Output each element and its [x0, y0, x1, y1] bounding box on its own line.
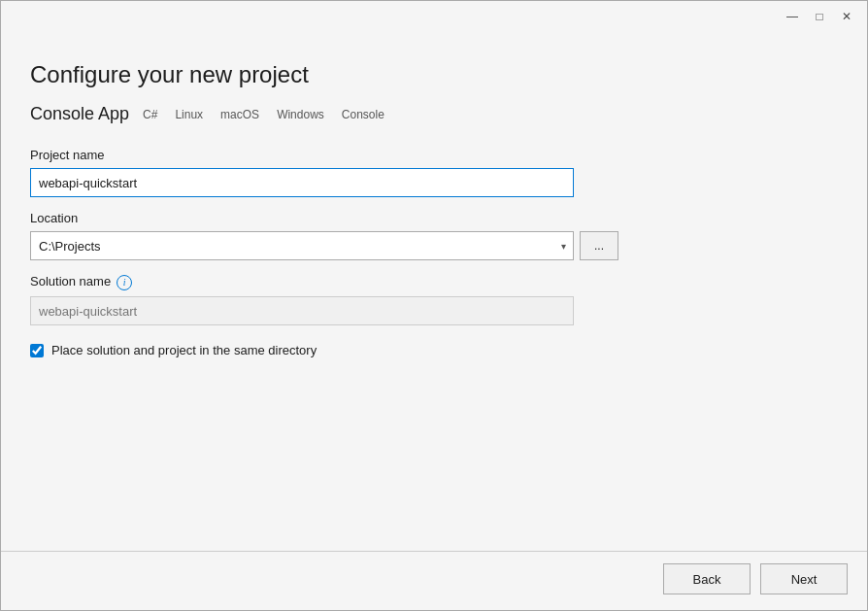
- tag-linux: Linux: [171, 107, 207, 122]
- solution-name-input[interactable]: [30, 296, 574, 325]
- app-name-label: Console App: [30, 104, 129, 124]
- minimize-button[interactable]: —: [780, 7, 805, 26]
- footer: Back Next: [1, 552, 867, 610]
- tag-windows: Windows: [273, 107, 328, 122]
- browse-button[interactable]: ...: [580, 231, 618, 260]
- project-name-group: Project name: [30, 148, 838, 197]
- close-button[interactable]: ✕: [834, 7, 859, 26]
- same-directory-checkbox[interactable]: [30, 344, 44, 357]
- back-button[interactable]: Back: [663, 563, 751, 594]
- location-select[interactable]: C:\Projects: [30, 231, 574, 260]
- project-name-input[interactable]: [30, 168, 574, 197]
- project-name-label: Project name: [30, 148, 838, 162]
- tag-csharp: C#: [139, 107, 161, 122]
- checkbox-row: Place solution and project in the same d…: [30, 343, 838, 357]
- title-bar-buttons: — □ ✕: [780, 7, 859, 26]
- next-button[interactable]: Next: [760, 563, 848, 594]
- location-row: C:\Projects ▾ ...: [30, 231, 838, 260]
- same-directory-label[interactable]: Place solution and project in the same d…: [51, 343, 317, 357]
- solution-name-label-row: Solution name i: [30, 274, 838, 290]
- app-header: Console App C# Linux macOS Windows Conso…: [30, 104, 838, 124]
- solution-name-group: Solution name i: [30, 274, 838, 325]
- title-bar: — □ ✕: [1, 1, 867, 32]
- maximize-button[interactable]: □: [807, 7, 832, 26]
- info-icon: i: [117, 275, 132, 290]
- tag-macos: macOS: [217, 107, 263, 122]
- main-window: — □ ✕ Configure your new project Console…: [0, 0, 868, 611]
- tag-console: Console: [338, 107, 388, 122]
- location-group: Location C:\Projects ▾ ...: [30, 211, 838, 260]
- location-label: Location: [30, 211, 838, 225]
- solution-name-label: Solution name: [30, 274, 111, 289]
- location-select-wrapper: C:\Projects ▾: [30, 231, 574, 260]
- content-area: Configure your new project Console App C…: [1, 32, 867, 551]
- form-section: Project name Location C:\Projects ▾ ...: [30, 148, 838, 357]
- page-title: Configure your new project: [30, 61, 838, 88]
